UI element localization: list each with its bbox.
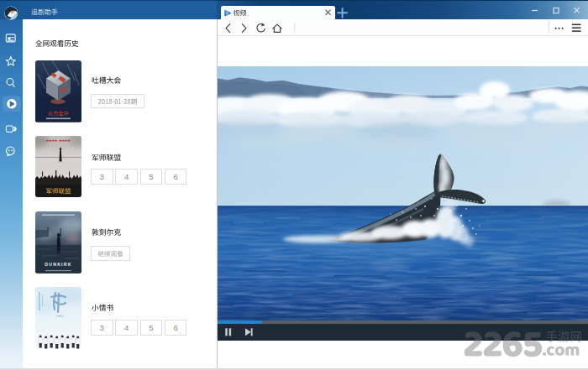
- svg-text:DUNKIRK: DUNKIRK: [45, 262, 71, 267]
- svg-text:小情书: 小情书: [55, 314, 64, 318]
